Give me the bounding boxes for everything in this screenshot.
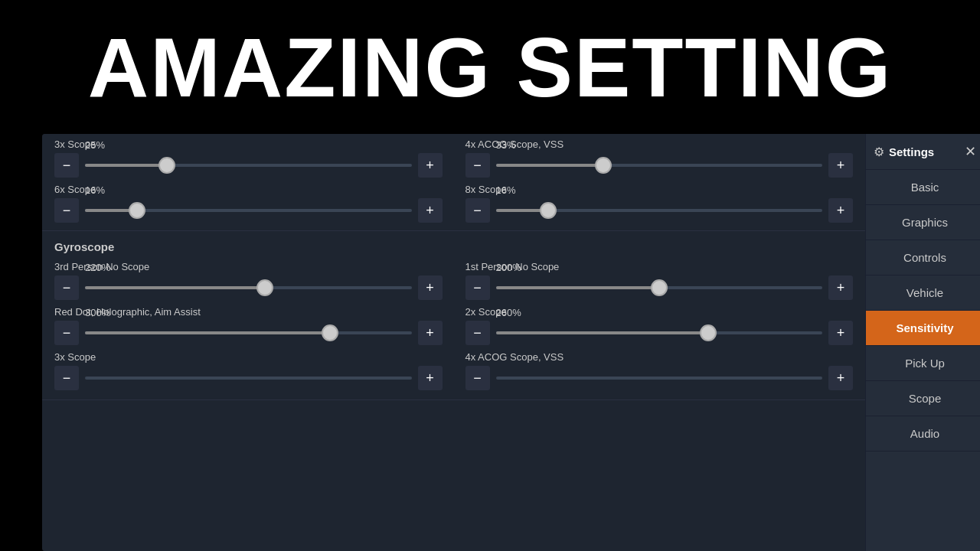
sidebar-item-vehicle[interactable]: Vehicle bbox=[866, 276, 980, 311]
slider-3x-scope-row: − 25% + bbox=[54, 153, 443, 178]
slider-8x-scope-minus[interactable]: − bbox=[466, 198, 490, 223]
slider-gyro-3x-scope-minus[interactable]: − bbox=[54, 366, 79, 390]
slider-gyro-4x-acog-minus[interactable]: − bbox=[466, 366, 490, 390]
settings-panel: 3x Scope − 25% + bbox=[42, 134, 980, 551]
slider-8x-scope: 8x Scope − 16% + bbox=[466, 184, 854, 223]
slider-4x-acog-minus[interactable]: − bbox=[466, 153, 490, 178]
slider-8x-scope-plus[interactable]: + bbox=[828, 198, 853, 223]
slider-3rd-person-track bbox=[85, 286, 412, 289]
sidebar-item-basic[interactable]: Basic bbox=[866, 170, 980, 205]
slider-6x-scope-row: − 16% + bbox=[54, 198, 443, 223]
slider-red-dot-track-container: 300% bbox=[85, 321, 412, 345]
slider-3rd-person-row: − 220% + bbox=[54, 276, 443, 300]
slider-1st-person-track bbox=[496, 286, 823, 289]
sidebar-item-pickup[interactable]: Pick Up bbox=[866, 346, 980, 381]
sidebar-title: Settings bbox=[889, 145, 934, 158]
slider-2x-scope-thumb[interactable] bbox=[700, 324, 717, 341]
sidebar: ⚙ Settings ✕ Basic Graphics Controls Veh… bbox=[865, 134, 980, 551]
slider-4x-acog-fill bbox=[496, 164, 604, 167]
slider-3rd-person-label: 3rd Person No Scope bbox=[54, 261, 443, 272]
close-button[interactable]: ✕ bbox=[965, 143, 976, 160]
slider-gyro-4x-acog-label: 4x ACOG Scope, VSS bbox=[466, 351, 854, 363]
slider-3x-scope-plus[interactable]: + bbox=[418, 153, 443, 178]
slider-red-dot-label: Red Dot, Holographic, Aim Assist bbox=[54, 306, 443, 318]
slider-gyro-4x-acog: 4x ACOG Scope, VSS − + bbox=[466, 351, 854, 390]
slider-gyro-3x-scope-label: 3x Scope bbox=[54, 351, 443, 363]
slider-4x-acog-track bbox=[496, 164, 823, 167]
slider-3rd-person-fill bbox=[85, 286, 265, 289]
slider-6x-scope-label: 6x Scope bbox=[54, 184, 443, 195]
slider-8x-scope-thumb[interactable] bbox=[540, 202, 557, 219]
slider-3x-scope-track bbox=[85, 164, 412, 167]
sidebar-title-area: ⚙ Settings bbox=[874, 145, 934, 159]
gyroscope-section: Gyroscope 3rd Person No Scope − 220% bbox=[42, 231, 865, 400]
slider-3rd-person-minus[interactable]: − bbox=[54, 276, 79, 300]
slider-6x-scope: 6x Scope − 16% + bbox=[54, 184, 443, 223]
slider-gyro-3x-scope-track bbox=[85, 377, 412, 380]
slider-3x-scope-track-container: 25% bbox=[85, 153, 412, 178]
slider-6x-scope-minus[interactable]: − bbox=[54, 198, 79, 223]
slider-3rd-person-track-container: 220% bbox=[85, 276, 412, 300]
top-sliders-grid: 3x Scope − 25% + bbox=[54, 139, 853, 223]
slider-1st-person-thumb[interactable] bbox=[651, 279, 668, 296]
slider-gyro-3x-scope-row: − + bbox=[54, 366, 443, 390]
slider-red-dot-fill bbox=[85, 331, 330, 334]
sidebar-item-scope[interactable]: Scope bbox=[866, 381, 980, 416]
slider-2x-scope-value: 260% bbox=[496, 307, 521, 318]
slider-red-dot-row: − 300% + bbox=[54, 321, 443, 345]
gyroscope-title: Gyroscope bbox=[54, 240, 853, 253]
slider-8x-scope-track-container: 16% bbox=[496, 198, 823, 223]
slider-3rd-person-thumb[interactable] bbox=[256, 279, 273, 296]
slider-2x-scope-minus[interactable]: − bbox=[466, 321, 490, 345]
slider-4x-acog-value: 33% bbox=[496, 139, 516, 151]
slider-1st-person-value: 200% bbox=[496, 262, 521, 273]
slider-1st-person-minus[interactable]: − bbox=[466, 276, 490, 300]
page-title: AMAZING SETTING bbox=[88, 18, 893, 116]
slider-6x-scope-value: 16% bbox=[85, 184, 105, 196]
slider-red-dot: Red Dot, Holographic, Aim Assist − 300% … bbox=[54, 306, 443, 345]
slider-3x-scope-thumb[interactable] bbox=[158, 157, 175, 174]
slider-3x-scope-minus[interactable]: − bbox=[54, 153, 79, 178]
content-area: 3x Scope − 25% + bbox=[42, 134, 865, 551]
slider-6x-scope-plus[interactable]: + bbox=[418, 198, 443, 223]
slider-1st-person-track-container: 200% bbox=[496, 276, 823, 300]
slider-8x-scope-row: − 16% + bbox=[466, 198, 854, 223]
slider-3rd-person-plus[interactable]: + bbox=[418, 276, 443, 300]
slider-2x-scope-label: 2x Scope bbox=[466, 306, 854, 318]
slider-1st-person-fill bbox=[496, 286, 659, 289]
slider-2x-scope-track bbox=[496, 331, 823, 334]
slider-4x-acog-track-container: 33% bbox=[496, 153, 823, 178]
slider-4x-acog: 4x ACOG Scope, VSS − 33% + bbox=[466, 139, 854, 178]
slider-gyro-3x-scope-plus[interactable]: + bbox=[418, 366, 443, 390]
slider-6x-scope-thumb[interactable] bbox=[129, 202, 145, 219]
slider-gyro-3x-scope-track-container bbox=[85, 366, 412, 390]
slider-4x-acog-plus[interactable]: + bbox=[828, 153, 853, 178]
slider-2x-scope-plus[interactable]: + bbox=[828, 321, 853, 345]
slider-3rd-person-value: 220% bbox=[85, 262, 110, 273]
slider-4x-acog-label: 4x ACOG Scope, VSS bbox=[466, 139, 854, 150]
slider-2x-scope-track-container: 260% bbox=[496, 321, 823, 345]
slider-red-dot-minus[interactable]: − bbox=[54, 321, 79, 345]
slider-3x-scope: 3x Scope − 25% + bbox=[54, 139, 443, 178]
slider-8x-scope-label: 8x Scope bbox=[466, 184, 854, 195]
slider-gyro-3x-scope: 3x Scope − + bbox=[54, 351, 443, 390]
slider-3x-scope-fill bbox=[85, 164, 167, 167]
slider-6x-scope-track bbox=[85, 209, 412, 212]
slider-gyro-4x-acog-track bbox=[496, 377, 823, 380]
sidebar-item-graphics[interactable]: Graphics bbox=[866, 205, 980, 240]
slider-gyro-4x-acog-plus[interactable]: + bbox=[828, 366, 853, 390]
slider-4x-acog-thumb[interactable] bbox=[595, 157, 612, 174]
slider-8x-scope-track bbox=[496, 209, 823, 212]
sidebar-item-audio[interactable]: Audio bbox=[866, 416, 980, 452]
slider-red-dot-track bbox=[85, 331, 412, 334]
sidebar-item-sensitivity[interactable]: Sensitivity bbox=[866, 311, 980, 346]
sidebar-header: ⚙ Settings ✕ bbox=[866, 134, 980, 170]
top-partial-section: 3x Scope − 25% + bbox=[42, 134, 865, 231]
slider-1st-person-plus[interactable]: + bbox=[828, 276, 853, 300]
slider-2x-scope-row: − 260% + bbox=[466, 321, 854, 345]
gyroscope-sliders-grid: 3rd Person No Scope − 220% + bbox=[54, 261, 853, 390]
slider-red-dot-thumb[interactable] bbox=[322, 324, 338, 341]
slider-red-dot-plus[interactable]: + bbox=[418, 321, 443, 345]
slider-gyro-4x-acog-row: − + bbox=[466, 366, 854, 390]
sidebar-item-controls[interactable]: Controls bbox=[866, 240, 980, 276]
